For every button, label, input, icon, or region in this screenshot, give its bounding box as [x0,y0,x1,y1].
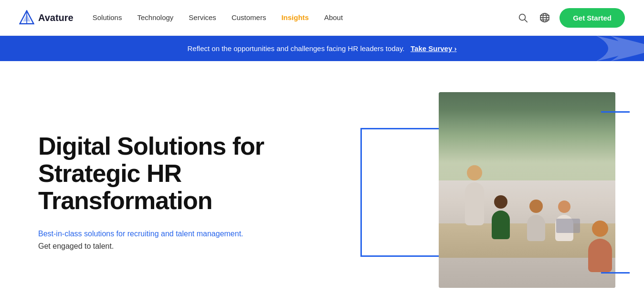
hero-subtitle: Best-in-class solutions for recruiting a… [38,228,337,252]
take-survey-link[interactable]: Take Survey › [411,44,456,53]
nav-item-solutions[interactable]: Solutions [93,13,122,22]
nav-item-about[interactable]: About [324,13,343,22]
nav-link-technology[interactable]: Technology [137,13,173,21]
banner-content: Reflect on the opportunities and challen… [10,44,634,53]
avature-logo-icon [19,10,34,25]
nav-link-solutions[interactable]: Solutions [93,13,122,21]
nav-link-customers[interactable]: Customers [232,13,266,21]
person-5 [588,221,612,272]
hero-title: Digital Solutions for Strategic HR Trans… [38,133,337,215]
nav-item-services[interactable]: Services [189,13,216,22]
svg-line-4 [525,20,527,22]
banner-message: Reflect on the opportunities and challen… [188,44,405,53]
hero-section: Digital Solutions for Strategic HR Trans… [0,61,644,306]
nav-link-insights[interactable]: Insights [281,13,309,21]
language-button[interactable] [538,11,552,25]
globe-icon [539,12,550,23]
right-accent-line-top [601,111,630,113]
navbar-left: Avature Solutions Technology Services Cu… [19,10,343,25]
logo-text: Avature [38,12,74,23]
search-button[interactable] [516,11,530,25]
nav-item-technology[interactable]: Technology [137,13,173,22]
person-2 [492,195,510,239]
hero-subtitle-link1[interactable]: Best-in-class solutions for recruiting a… [38,230,243,238]
announcement-banner: Reflect on the opportunities and challen… [0,36,644,61]
hero-subtitle-text: Get engaged to talent. [38,242,114,250]
nav-links: Solutions Technology Services Customers … [93,13,343,22]
nav-item-customers[interactable]: Customers [232,13,266,22]
right-accent-line-bottom [601,272,630,274]
nav-item-insights[interactable]: Insights [281,13,309,22]
hero-photo [439,92,615,288]
navbar-right: Get Started [516,8,625,28]
logo[interactable]: Avature [19,10,74,25]
get-started-button[interactable]: Get Started [560,8,625,28]
nav-link-about[interactable]: About [324,13,343,21]
person-1 [465,165,484,225]
nav-link-services[interactable]: Services [189,13,216,21]
laptop-decoration [556,219,580,233]
hero-image-area [356,92,615,293]
person-3 [527,200,545,241]
search-icon [517,12,528,23]
hero-content: Digital Solutions for Strategic HR Trans… [38,133,356,253]
navbar: Avature Solutions Technology Services Cu… [0,0,644,36]
banner-arrow-icon: › [454,44,456,53]
meeting-scene [439,92,615,288]
